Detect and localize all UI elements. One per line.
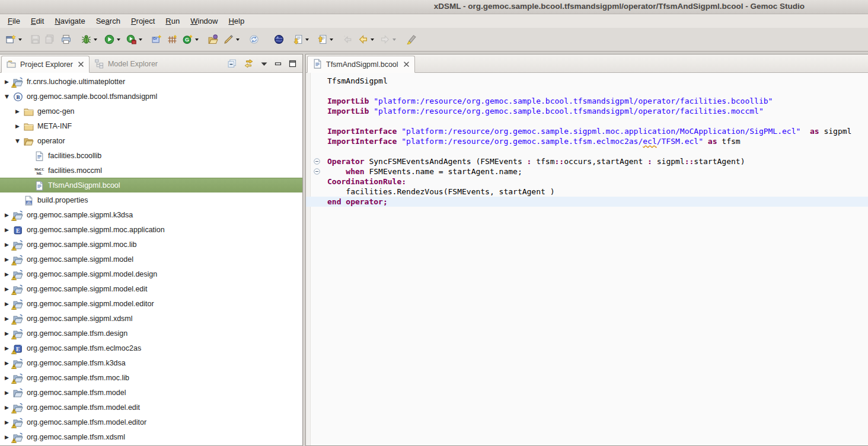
tree-item-org-gemoc-sample-tfsm-moc-lib[interactable]: ▶org.gemoc.sample.tfsm.moc.lib xyxy=(0,370,302,385)
highlighter-button[interactable] xyxy=(404,33,419,47)
moccml-file-icon: MoCCML xyxy=(34,166,44,175)
next-annotation-button[interactable] xyxy=(291,33,305,47)
new-modeling-project-button[interactable] xyxy=(165,33,179,47)
tree-item-meta-inf[interactable]: ▶META-INF xyxy=(0,118,302,133)
svg-text:G: G xyxy=(184,37,189,43)
collapse-all-button[interactable] xyxy=(227,59,237,69)
forward-icon xyxy=(380,34,390,44)
tree-item-org-gemoc-sample-sigpml-moc-lib[interactable]: ▶org.gemoc.sample.sigpml.moc.lib xyxy=(0,237,302,252)
project-icon xyxy=(13,284,23,294)
viewpoint-selection-button[interactable] xyxy=(221,33,235,47)
tree-item-org-gemoc-sample-tfsm-model[interactable]: ▶org.gemoc.sample.tfsm.model xyxy=(0,385,302,400)
menu-navigate[interactable]: Navigate xyxy=(49,15,90,27)
tree-item-org-gemoc-sample-sigpml-model[interactable]: ▶org.gemoc.sample.sigpml.model xyxy=(0,252,302,267)
folder-open-icon xyxy=(24,136,34,146)
previous-annotation-button[interactable] xyxy=(315,33,329,47)
project-icon xyxy=(13,432,23,442)
run-button-dropdown[interactable] xyxy=(117,38,120,41)
previous-annotation-button-dropdown[interactable] xyxy=(330,38,333,41)
tree-item-org-gemoc-sample-bcool-tfsmandsigpml[interactable]: ▼Borg.gemoc.sample.bcool.tfsmandsigpml xyxy=(0,89,302,104)
tree-item-org-gemoc-sample-sigpml-model-editor[interactable]: ▶org.gemoc.sample.sigpml.model.editor xyxy=(0,296,302,311)
new-representation-button[interactable]: Gr xyxy=(149,33,164,47)
view-tab-model-explorer[interactable]: Model Explorer xyxy=(90,55,162,72)
collapse-arrow-icon[interactable]: ▼ xyxy=(5,94,13,100)
view-menu-button[interactable] xyxy=(260,61,268,67)
web-browser-button[interactable] xyxy=(272,33,286,47)
tree-item-label: org.gemoc.sample.sigpml.xdsml xyxy=(27,315,133,323)
menu-file[interactable]: File xyxy=(2,15,25,27)
refresh-representation-button[interactable] xyxy=(247,33,261,47)
expand-arrow-icon[interactable]: ▶ xyxy=(5,390,13,396)
minimize-button[interactable] xyxy=(275,60,282,67)
menu-edit[interactable]: Edit xyxy=(25,15,49,27)
expand-arrow-icon[interactable]: ▶ xyxy=(15,108,24,114)
back-button[interactable] xyxy=(356,33,370,47)
code-line: Operator SyncFSMEventsAndAgents (FSMEven… xyxy=(306,156,868,166)
collapse-arrow-icon[interactable]: ▼ xyxy=(15,138,24,144)
debug-button-dropdown[interactable] xyxy=(94,38,97,41)
tree-item-facilities-moccml[interactable]: MoCCMLfacilities.moccml xyxy=(0,163,302,178)
tree-item-org-gemoc-sample-tfsm-model-edit[interactable]: ▶org.gemoc.sample.tfsm.model.edit xyxy=(0,400,302,415)
back-button-dropdown[interactable] xyxy=(371,38,374,41)
menu-project[interactable]: Project xyxy=(126,15,160,27)
tree-item-org-gemoc-sample-sigpml-model-edit[interactable]: ▶org.gemoc.sample.sigpml.model.edit xyxy=(0,281,302,296)
external-tools-button[interactable] xyxy=(124,33,138,47)
new-gemoc-project-button[interactable]: G xyxy=(180,33,194,47)
code-line: facilities.RendezVous(FSMEvents, startAg… xyxy=(306,187,868,197)
new-gemoc-project-button-dropdown[interactable] xyxy=(195,38,199,41)
fold-collapse-icon[interactable] xyxy=(314,158,320,165)
tree-item-org-gemoc-sample-tfsm-eclmoc2as[interactable]: ▶Eorg.gemoc.sample.tfsm.eclmoc2as xyxy=(0,341,302,355)
code-editor[interactable]: TfsmAndSigpmlImportLib "platform:/resour… xyxy=(306,73,868,445)
tree-item-tfsmandsigpml-bcool[interactable]: TfsmAndSigpml.bcool xyxy=(0,178,302,192)
tree-item-org-gemoc-sample-sigpml-k3dsa[interactable]: ▶org.gemoc.sample.sigpml.k3dsa xyxy=(0,207,302,222)
tree-item-fr-cnrs-luchogie-ultimateplotter[interactable]: ▶fr.cnrs.luchogie.ultimateplotter xyxy=(0,74,302,89)
view-toolbar xyxy=(227,59,302,72)
new-wizard-button[interactable] xyxy=(4,33,18,47)
open-artifact-button[interactable] xyxy=(206,33,220,47)
tab-close-icon[interactable] xyxy=(78,61,84,68)
tree-item-label: org.gemoc.sample.tfsm.xdsml xyxy=(27,433,125,441)
view-tab-project-explorer[interactable]: Project Explorer xyxy=(1,56,90,73)
link-with-editor-button[interactable] xyxy=(244,59,254,69)
project-tree[interactable]: ▶fr.cnrs.luchogie.ultimateplotter▼Borg.g… xyxy=(0,73,302,445)
expand-arrow-icon[interactable]: ▶ xyxy=(15,123,24,129)
last-edit-location-icon xyxy=(343,34,353,44)
refresh-representations-icon xyxy=(249,34,259,44)
menu-search[interactable]: Search xyxy=(91,15,126,27)
tree-item-label: org.gemoc.sample.sigpml.model xyxy=(27,255,133,264)
expand-arrow-icon[interactable]: ▶ xyxy=(5,227,13,233)
project-icon xyxy=(13,77,23,86)
fold-collapse-icon[interactable] xyxy=(314,168,320,175)
viewpoint-selection-button-dropdown[interactable] xyxy=(236,38,240,41)
tree-item-facilities-bcoollib[interactable]: facilities.bcoollib xyxy=(0,148,302,163)
project-icon xyxy=(13,240,23,249)
next-annotation-button-dropdown[interactable] xyxy=(305,38,309,41)
bcool-file-icon xyxy=(312,59,323,70)
tree-item-operator[interactable]: ▼operator xyxy=(0,133,302,148)
bcool-project-icon: B xyxy=(13,92,23,101)
menu-run[interactable]: Run xyxy=(160,15,185,27)
menu-help[interactable]: Help xyxy=(223,15,250,27)
tree-item-gemoc-gen[interactable]: ▶gemoc-gen xyxy=(0,104,302,118)
maximize-button[interactable] xyxy=(289,60,296,68)
print-button[interactable] xyxy=(59,33,73,47)
run-button[interactable] xyxy=(102,33,116,47)
tree-item-org-gemoc-sample-sigpml-moc-application[interactable]: ▶Eorg.gemoc.sample.sigpml.moc.applicatio… xyxy=(0,222,302,237)
tree-item-label: fr.cnrs.luchogie.ultimateplotter xyxy=(27,78,125,86)
tree-item-label: META-INF xyxy=(37,122,72,130)
tree-item-org-gemoc-sample-tfsm-xdsml[interactable]: ▶org.gemoc.sample.tfsm.xdsml xyxy=(0,429,302,444)
tree-item-org-gemoc-sample-tfsm-k3dsa[interactable]: ▶org.gemoc.sample.tfsm.k3dsa xyxy=(0,355,302,370)
file-icon xyxy=(34,151,44,161)
new-wizard-button-dropdown[interactable] xyxy=(18,38,22,41)
tab-close-icon[interactable] xyxy=(403,61,410,68)
editor-tab-tfsmandsigpml[interactable]: TfsmAndSigpml.bcool xyxy=(307,56,415,73)
debug-button[interactable] xyxy=(79,33,93,47)
code-line: CoordinationRule: xyxy=(306,177,868,187)
tree-item-org-gemoc-sample-sigpml-xdsml[interactable]: ▶org.gemoc.sample.sigpml.xdsml xyxy=(0,311,302,326)
tree-item-org-gemoc-sample-sigpml-model-design[interactable]: ▶org.gemoc.sample.sigpml.model.design xyxy=(0,267,302,281)
tree-item-org-gemoc-sample-tfsm-model-editor[interactable]: ▶org.gemoc.sample.tfsm.model.editor xyxy=(0,415,302,429)
menu-window[interactable]: Window xyxy=(185,15,223,27)
tree-item-org-gemoc-sample-tfsm-design[interactable]: ▶org.gemoc.sample.tfsm.design xyxy=(0,326,302,341)
external-tools-button-dropdown[interactable] xyxy=(139,38,142,41)
tree-item-build-properties[interactable]: 010build.properties xyxy=(0,192,302,207)
